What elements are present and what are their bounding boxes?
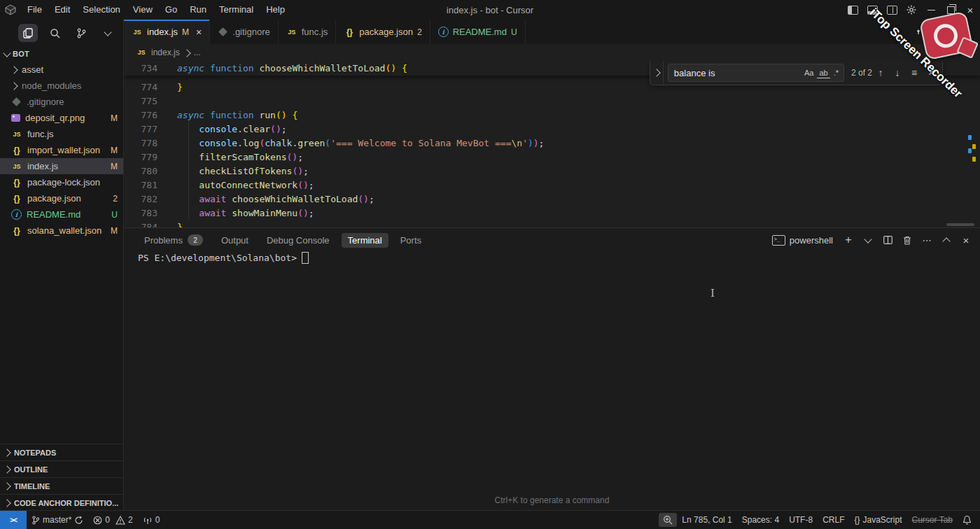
- tree-file-package.json[interactable]: {}package.json2: [0, 190, 123, 206]
- line-number[interactable]: 734: [124, 63, 158, 73]
- source-control-icon[interactable]: [71, 24, 91, 42]
- menu-selection[interactable]: Selection: [76, 0, 126, 20]
- line-number[interactable]: 775: [124, 96, 158, 106]
- sidebar-section-outline[interactable]: OUTLINE: [0, 460, 123, 477]
- customize-layout-icon[interactable]: [882, 0, 902, 20]
- remote-indicator[interactable]: ><: [0, 511, 27, 529]
- tab-package-json[interactable]: {}package.json2: [336, 20, 430, 44]
- panel-tab-ports[interactable]: Ports: [394, 233, 428, 248]
- toggle-replace-icon[interactable]: [650, 61, 664, 85]
- tab-func-js[interactable]: JSfunc.js: [279, 20, 337, 44]
- indentation-item[interactable]: Spaces: 4: [737, 511, 784, 529]
- panel-tab-output[interactable]: Output: [215, 233, 255, 248]
- menu-terminal[interactable]: Terminal: [213, 0, 260, 20]
- ports-item[interactable]: 0: [138, 511, 165, 529]
- terminal[interactable]: PS E:\development\Solana\bot> I: [138, 252, 973, 494]
- previous-match-icon[interactable]: ↑: [872, 64, 889, 81]
- menu-go[interactable]: Go: [159, 0, 183, 20]
- line-number[interactable]: 776: [124, 110, 158, 120]
- terminal-shell-label[interactable]: >_ powershell: [772, 235, 833, 246]
- line-number[interactable]: 779: [124, 152, 158, 162]
- menu-view[interactable]: View: [127, 0, 159, 20]
- line-number[interactable]: 774: [124, 82, 158, 92]
- code-line[interactable]: 779 filterScamTokens();: [124, 150, 980, 164]
- line-number[interactable]: 782: [124, 194, 158, 204]
- menu-help[interactable]: Help: [260, 0, 291, 20]
- breadcrumb[interactable]: JS index.js ...: [124, 44, 980, 61]
- toggle-panel-icon[interactable]: [862, 0, 882, 20]
- tab--gitignore[interactable]: .gitignore: [210, 20, 278, 44]
- code-line[interactable]: 775: [124, 94, 980, 108]
- kill-terminal-icon[interactable]: [899, 232, 916, 248]
- code-line[interactable]: 780 checkListOfTokens();: [124, 164, 980, 178]
- cursor-tab-item[interactable]: Cursor Tab: [907, 511, 958, 529]
- tab-index-js[interactable]: JSindex.jsM×: [124, 20, 210, 44]
- sidebar-section-code-anchor-definitio-[interactable]: CODE ANCHOR DEFINITIO...: [0, 494, 123, 511]
- code-line[interactable]: 784}: [124, 220, 980, 227]
- chevron-down-icon[interactable]: [98, 24, 118, 42]
- notifications-item[interactable]: [958, 511, 980, 529]
- panel-tab-terminal[interactable]: Terminal: [342, 233, 388, 248]
- tree-file-package-lock.json[interactable]: {}package-lock.json: [0, 174, 123, 190]
- line-number[interactable]: 783: [124, 208, 158, 218]
- horizontal-scrollbar[interactable]: [946, 223, 974, 226]
- tree-folder-asset[interactable]: asset: [0, 62, 123, 78]
- minimize-icon[interactable]: [921, 0, 941, 20]
- tree-file-index.js[interactable]: JSindex.jsM: [0, 158, 123, 174]
- tab-README-md[interactable]: iREADME.mdU: [430, 20, 526, 44]
- code-editor[interactable]: 734async function chooseWhichWalletToLoa…: [124, 61, 980, 227]
- line-number[interactable]: 778: [124, 138, 158, 148]
- menu-run[interactable]: Run: [183, 0, 213, 20]
- problems-item[interactable]: 0 2: [88, 511, 137, 529]
- whole-word-icon[interactable]: ab: [817, 68, 830, 78]
- search-icon[interactable]: [45, 24, 64, 42]
- match-case-icon[interactable]: Aa: [802, 68, 816, 78]
- line-number[interactable]: 781: [124, 180, 158, 190]
- line-number[interactable]: 780: [124, 166, 158, 176]
- tree-file-import_wallet.json[interactable]: {}import_wallet.jsonM: [0, 142, 123, 158]
- find-input[interactable]: [674, 68, 801, 78]
- sidebar-section-notepads[interactable]: NOTEPADS: [0, 444, 123, 460]
- more-actions-icon[interactable]: ⋯: [918, 232, 935, 248]
- tree-file-deposit_qr.png[interactable]: deposit_qr.pngM: [0, 110, 123, 126]
- split-terminal-icon[interactable]: [879, 232, 896, 248]
- code-line[interactable]: 778 console.log(chalk.green('=== Welcome…: [124, 136, 980, 150]
- code-line[interactable]: 776async function run() {: [124, 108, 980, 122]
- tree-file-func.js[interactable]: JSfunc.js: [0, 126, 123, 142]
- language-item[interactable]: {} JavaScript: [849, 511, 906, 529]
- sidebar-section-timeline[interactable]: TIMELINE: [0, 477, 123, 494]
- line-col-item[interactable]: Ln 785, Col 1: [677, 511, 736, 529]
- folder-root-header[interactable]: BOT: [0, 46, 123, 62]
- panel-tab-problems[interactable]: Problems2: [138, 232, 209, 248]
- panel-tab-debug-console[interactable]: Debug Console: [260, 233, 336, 248]
- tree-file-solana_wallet.json[interactable]: {}solana_wallet.jsonM: [0, 223, 123, 239]
- git-branch-item[interactable]: master*: [27, 511, 88, 529]
- next-match-icon[interactable]: ↓: [889, 64, 906, 81]
- tree-folder-node_modules[interactable]: node_modules: [0, 78, 123, 94]
- screencast-zoom-item[interactable]: [659, 513, 677, 527]
- close-tab-icon[interactable]: ×: [196, 27, 202, 38]
- new-terminal-icon[interactable]: +: [840, 232, 857, 248]
- settings-gear-icon[interactable]: [902, 0, 921, 20]
- encoding-item[interactable]: UTF-8: [784, 511, 818, 529]
- line-number[interactable]: 777: [124, 124, 158, 134]
- breadcrumb-file[interactable]: index.js: [151, 48, 180, 57]
- eol-item[interactable]: CRLF: [818, 511, 849, 529]
- menu-edit[interactable]: Edit: [48, 0, 76, 20]
- files-icon[interactable]: [18, 24, 38, 42]
- code-line[interactable]: 782 await chooseWhichWalletToLoad();: [124, 192, 980, 206]
- toggle-sidebar-icon[interactable]: [843, 0, 862, 20]
- breadcrumb-more[interactable]: ...: [194, 48, 201, 57]
- code-line[interactable]: 781 autoConnectNetwork();: [124, 178, 980, 192]
- code-line[interactable]: 783 await showMainMenu();: [124, 206, 980, 220]
- terminal-dropdown-icon[interactable]: [860, 232, 876, 248]
- line-number[interactable]: 784: [124, 222, 158, 228]
- close-find-icon[interactable]: ×: [923, 64, 939, 81]
- close-panel-icon[interactable]: ×: [958, 232, 974, 248]
- tree-file-README.md[interactable]: iREADME.mdU: [0, 206, 123, 223]
- code-line[interactable]: 777 console.clear();: [124, 122, 980, 136]
- restore-icon[interactable]: [941, 0, 960, 20]
- find-in-selection-icon[interactable]: ≡: [906, 64, 923, 81]
- close-icon[interactable]: ×: [960, 0, 980, 20]
- regex-icon[interactable]: .*: [832, 68, 841, 78]
